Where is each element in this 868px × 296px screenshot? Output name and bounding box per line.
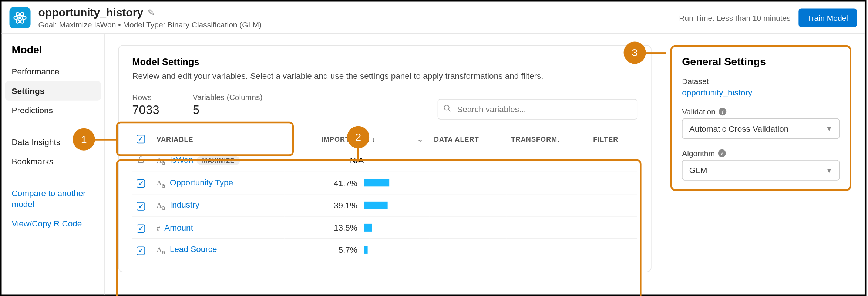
col-data-alert[interactable]: DATA ALERT [430,130,507,149]
importance-bar [364,202,388,209]
lock-icon [137,156,145,165]
variable-link[interactable]: IsWon [170,155,193,165]
sidebar-link-view-r-code[interactable]: View/Copy R Code [2,214,105,233]
variable-link[interactable]: Lead Source [170,244,217,254]
callout-3-line [645,52,666,54]
maximize-badge: MAXIMIZE [196,156,240,165]
body: Model Performance Settings Predictions D… [2,34,865,295]
train-model-button[interactable]: Train Model [798,8,857,27]
chevron-down-icon: ▼ [826,125,832,132]
row-checkbox[interactable]: ✓ [137,202,145,211]
type-icon: Aa [157,179,165,187]
table-row[interactable]: ✓# Amount13.5% [132,217,637,239]
right-panel: General Settings Dataset opportunity_his… [665,34,865,295]
panel-description: Review and edit your variables. Select a… [132,71,637,81]
main-content: Model Settings Review and edit your vari… [105,34,665,295]
col-variable[interactable]: VARIABLE [152,130,284,149]
row-checkbox[interactable]: ✓ [137,179,145,188]
panel-title: Model Settings [132,57,637,68]
sidebar-title: Model [2,44,105,62]
app-logo [10,7,31,28]
variables-table: ✓ VARIABLE IMPORTANCE ↓ ⌄ DATA ALERT TRA… [132,130,637,261]
chevron-down-icon: ▼ [826,166,832,174]
importance-bar [364,179,390,187]
sidebar-item-settings[interactable]: Settings [5,81,101,101]
stat-rows: Rows 7033 [132,93,159,117]
validation-label: Validation i [682,107,840,116]
row-checkbox[interactable]: ✓ [137,246,145,255]
variable-link[interactable]: Opportunity Type [170,178,233,187]
general-settings-title: General Settings [682,56,840,68]
svg-point-4 [444,105,449,110]
sidebar: Model Performance Settings Predictions D… [2,34,105,295]
type-icon: Aa [157,245,165,254]
vars-label: Variables (Columns) [193,93,263,102]
callout-2: 2 [347,126,369,148]
algorithm-select[interactable]: GLM▼ [682,160,840,181]
settings-panel: Model Settings Review and edit your vari… [118,45,652,272]
sidebar-item-bookmarks[interactable]: Bookmarks [2,152,105,171]
importance-bar [364,246,367,253]
page-subtitle: Goal: Maximize IsWon • Model Type: Binar… [38,20,679,29]
chevron-down-icon[interactable]: ⌄ [417,135,423,143]
table-row[interactable]: ✓Aa Opportunity Type41.7% [132,172,637,194]
callout-2-line [357,147,359,162]
sidebar-item-performance[interactable]: Performance [2,62,105,81]
header-actions: Run Time: Less than 10 minutes Train Mod… [679,8,857,27]
variable-link[interactable]: Industry [170,200,199,210]
sidebar-link-compare[interactable]: Compare to another model [2,183,105,214]
vars-value: 5 [193,103,263,117]
validation-select[interactable]: Automatic Cross Validation▼ [682,118,840,139]
importance-value: 13.5% [327,223,357,232]
dataset-label: Dataset [682,77,840,85]
rows-label: Rows [132,93,159,102]
search-input[interactable] [438,99,637,120]
sidebar-item-predictions[interactable]: Predictions [2,101,105,120]
rows-value: 7033 [132,103,159,117]
header-titles: opportunity_history ✎ Goal: Maximize IsW… [38,6,679,29]
stat-variables: Variables (Columns) 5 [193,93,263,117]
select-all-checkbox[interactable]: ✓ [137,135,145,144]
callout-3: 3 [624,42,646,64]
page-title: opportunity_history [38,6,144,19]
col-transform[interactable]: TRANSFORM. [507,130,589,149]
table-row[interactable]: ✓Aa Lead Source5.7% [132,238,637,260]
callout-1-line [94,139,116,141]
runtime-text: Run Time: Less than 10 minutes [679,13,790,22]
table-row[interactable]: Aa IsWonMAXIMIZEN/A [132,149,637,172]
svg-point-3 [19,17,21,18]
search-icon [443,104,452,115]
variable-link[interactable]: Amount [164,223,193,232]
importance-value: 41.7% [327,178,357,188]
info-icon[interactable]: i [719,108,727,115]
type-icon: Aa [157,156,165,165]
dataset-link[interactable]: opportunity_history [682,88,840,97]
general-settings-panel: General Settings Dataset opportunity_his… [670,45,851,191]
table-row[interactable]: ✓Aa Industry39.1% [132,194,637,217]
type-icon: Aa [157,201,165,210]
row-checkbox[interactable]: ✓ [137,224,145,233]
header: opportunity_history ✎ Goal: Maximize IsW… [2,2,865,34]
callout-1: 1 [73,128,95,151]
col-filter[interactable]: FILTER [589,130,637,149]
stats-search-row: Rows 7033 Variables (Columns) 5 [132,91,637,120]
type-icon: # [157,224,160,232]
svg-line-5 [448,109,451,111]
importance-bar [364,224,372,232]
app-frame: opportunity_history ✎ Goal: Maximize IsW… [0,0,866,296]
info-icon[interactable]: i [718,149,726,157]
importance-value: 39.1% [327,201,357,211]
edit-icon[interactable]: ✎ [148,7,155,17]
importance-value: 5.7% [327,245,357,255]
algorithm-label: Algorithm i [682,149,840,158]
svg-rect-6 [138,159,143,162]
stats-block: Rows 7033 Variables (Columns) 5 [132,91,262,120]
search-wrapper [438,99,637,120]
